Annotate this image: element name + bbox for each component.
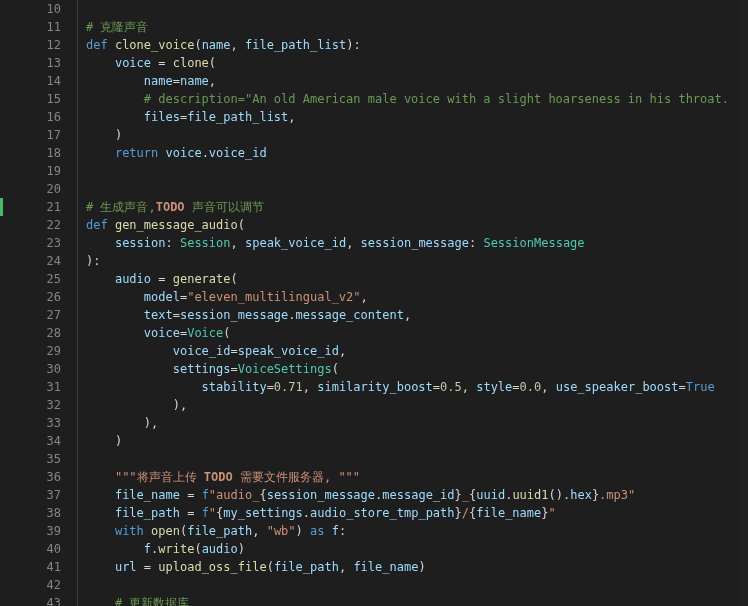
line-number: 18 xyxy=(14,144,61,162)
code-line[interactable]: f.write(audio) xyxy=(86,540,738,558)
token-kw: f xyxy=(202,488,209,502)
code-line[interactable]: ): xyxy=(86,252,738,270)
code-line[interactable]: stability=0.71, similarity_boost=0.5, st… xyxy=(86,378,738,396)
token-str: .mp3" xyxy=(599,488,635,502)
token-id: stability xyxy=(202,380,267,394)
token-kw: f xyxy=(202,506,209,520)
code-line[interactable]: # 克隆声音 xyxy=(86,18,738,36)
code-line[interactable]: voice_id=speak_voice_id, xyxy=(86,342,738,360)
code-line[interactable]: voice=Voice( xyxy=(86,324,738,342)
token-punct: ), xyxy=(144,416,158,430)
line-number: 24 xyxy=(14,252,61,270)
token-punct: ( xyxy=(223,326,230,340)
code-line[interactable]: text=session_message.message_content, xyxy=(86,306,738,324)
line-number: 28 xyxy=(14,324,61,342)
code-line[interactable]: with open(file_path, "wb") as f: xyxy=(86,522,738,540)
token-punct: , xyxy=(303,380,317,394)
token-id: audio xyxy=(115,272,151,286)
token-punct xyxy=(86,92,144,106)
token-punct: = xyxy=(180,488,202,502)
token-punct: } xyxy=(541,506,548,520)
token-punct xyxy=(86,128,115,142)
line-number-gutter: 1011121314151617181920212223242526272829… xyxy=(14,0,78,606)
token-kw: with xyxy=(115,524,144,538)
code-line[interactable] xyxy=(86,576,738,594)
code-line[interactable]: def clone_voice(name, file_path_list): xyxy=(86,36,738,54)
code-line[interactable]: ), xyxy=(86,414,738,432)
code-line[interactable]: name=name, xyxy=(86,72,738,90)
token-punct xyxy=(86,326,144,340)
line-number: 37 xyxy=(14,486,61,504)
token-punct: , xyxy=(361,290,368,304)
code-line[interactable]: ) xyxy=(86,432,738,450)
token-type: VoiceSettings xyxy=(238,362,332,376)
code-line[interactable]: return voice.voice_id xyxy=(86,144,738,162)
token-punct: ( xyxy=(267,560,274,574)
token-punct xyxy=(108,218,115,232)
code-line[interactable]: def gen_message_audio( xyxy=(86,216,738,234)
code-line[interactable]: audio = generate( xyxy=(86,270,738,288)
code-line[interactable]: url = upload_oss_file(file_path, file_na… xyxy=(86,558,738,576)
token-punct: = xyxy=(151,272,173,286)
token-punct: = xyxy=(512,380,519,394)
token-id: audio_store_tmp_path xyxy=(310,506,455,520)
token-id: speak_voice_id xyxy=(238,344,339,358)
code-line[interactable]: # 更新数据库 xyxy=(86,594,738,606)
token-punct xyxy=(144,524,151,538)
token-punct xyxy=(86,524,115,538)
code-line[interactable]: # 生成声音,TODO 声音可以调节 xyxy=(86,198,738,216)
token-punct: , xyxy=(462,380,476,394)
token-cmt: # 更新数据库 xyxy=(115,596,189,606)
token-id: use_speaker_boost xyxy=(556,380,679,394)
line-number: 41 xyxy=(14,558,61,576)
code-line[interactable] xyxy=(86,0,738,18)
line-number: 25 xyxy=(14,270,61,288)
token-punct xyxy=(86,380,202,394)
token-punct: , xyxy=(346,236,360,250)
code-line[interactable]: settings=VoiceSettings( xyxy=(86,360,738,378)
token-str: "audio_ xyxy=(209,488,260,502)
token-punct: = xyxy=(180,506,202,520)
code-editor[interactable]: 1011121314151617181920212223242526272829… xyxy=(0,0,748,606)
token-fn: generate xyxy=(173,272,231,286)
line-number: 15 xyxy=(14,90,61,108)
line-number: 38 xyxy=(14,504,61,522)
token-id: voice_id xyxy=(209,146,267,160)
code-line[interactable] xyxy=(86,450,738,468)
code-line[interactable]: voice = clone( xyxy=(86,54,738,72)
token-punct: = xyxy=(433,380,440,394)
token-punct: ) xyxy=(296,524,310,538)
token-punct: , xyxy=(404,308,411,322)
minimap[interactable] xyxy=(738,0,748,606)
token-str: " xyxy=(549,506,556,520)
token-id: name xyxy=(144,74,173,88)
code-line[interactable]: # description="An old American male voic… xyxy=(86,90,738,108)
token-punct: . xyxy=(303,506,310,520)
token-punct xyxy=(86,110,144,124)
code-line[interactable]: file_path = f"{my_settings.audio_store_t… xyxy=(86,504,738,522)
code-line[interactable]: files=file_path_list, xyxy=(86,108,738,126)
code-line[interactable]: session: Session, speak_voice_id, sessio… xyxy=(86,234,738,252)
token-punct: ( xyxy=(194,38,201,52)
token-id: f xyxy=(332,524,339,538)
code-line[interactable]: ), xyxy=(86,396,738,414)
token-id: file_path xyxy=(115,506,180,520)
code-line[interactable]: model="eleven_multilingual_v2", xyxy=(86,288,738,306)
token-punct: ) xyxy=(115,128,122,142)
line-number: 39 xyxy=(14,522,61,540)
code-line[interactable] xyxy=(86,162,738,180)
token-id: text xyxy=(144,308,173,322)
gutter-diff-added-icon xyxy=(0,198,3,216)
code-line[interactable]: ) xyxy=(86,126,738,144)
code-line[interactable] xyxy=(86,180,738,198)
code-area[interactable]: # 克隆声音def clone_voice(name, file_path_li… xyxy=(78,0,738,606)
token-num: 0.5 xyxy=(440,380,462,394)
token-punct: ): xyxy=(346,38,360,52)
code-line[interactable]: """将声音上传 TODO 需要文件服务器, """ xyxy=(86,468,738,486)
code-line[interactable]: file_name = f"audio_{session_message.mes… xyxy=(86,486,738,504)
line-number: 30 xyxy=(14,360,61,378)
token-id: file_name xyxy=(353,560,418,574)
token-punct: , xyxy=(231,38,245,52)
token-punct: , xyxy=(288,110,295,124)
token-punct: , xyxy=(339,560,353,574)
